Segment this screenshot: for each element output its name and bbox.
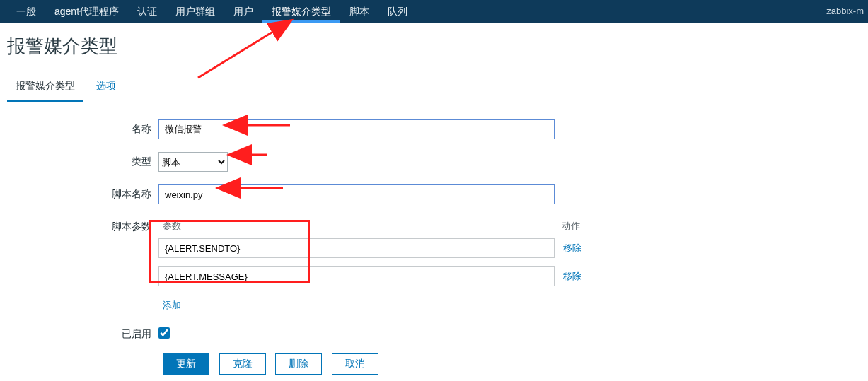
param-row: 移除 — [158, 266, 597, 286]
name-label: 名称 — [6, 119, 158, 136]
top-nav: 一般 agent代理程序 认证 用户群组 用户 报警媒介类型 脚本 队列 zab… — [0, 0, 868, 23]
type-select[interactable]: 脚本 — [158, 152, 228, 172]
type-label: 类型 — [6, 152, 158, 168]
nav-item-auth[interactable]: 认证 — [128, 0, 166, 23]
param-add-link[interactable]: 添加 — [158, 299, 181, 312]
script-params-table: 参数 动作 移除 移除 添加 — [158, 217, 597, 312]
page-title: 报警媒介类型 — [0, 23, 868, 74]
enabled-label: 已启用 — [6, 324, 158, 341]
delete-button[interactable]: 删除 — [275, 353, 322, 375]
update-button[interactable]: 更新 — [163, 353, 209, 375]
script-name-label: 脚本名称 — [6, 184, 158, 201]
param-remove-0[interactable]: 移除 — [555, 242, 590, 254]
params-head-param: 参数 — [158, 220, 562, 233]
subtab-options[interactable]: 选项 — [88, 74, 125, 102]
nav-item-mediatypes[interactable]: 报警媒介类型 — [262, 0, 340, 23]
nav-host-label: zabbix-m — [826, 0, 864, 23]
nav-item-agent[interactable]: agent代理程序 — [45, 0, 128, 23]
enabled-checkbox[interactable] — [158, 327, 170, 339]
param-input-0[interactable] — [158, 238, 555, 258]
params-head-action: 动作 — [562, 220, 597, 233]
clone-button[interactable]: 克隆 — [219, 353, 266, 375]
script-name-input[interactable] — [158, 184, 555, 204]
script-params-label: 脚本参数 — [6, 217, 158, 233]
form-buttons: 更新 克隆 删除 取消 — [6, 353, 862, 375]
subtabs: 报警媒介类型 选项 — [6, 74, 862, 102]
content-card: 报警媒介类型 选项 名称 类型 脚本 脚本名称 脚本参数 — [6, 74, 862, 381]
param-row: 移除 — [158, 238, 597, 258]
nav-item-usergroups[interactable]: 用户群组 — [166, 0, 224, 23]
param-input-1[interactable] — [158, 266, 555, 286]
nav-item-scripts[interactable]: 脚本 — [340, 0, 378, 23]
mediatype-form: 名称 类型 脚本 脚本名称 脚本参数 参数 — [6, 102, 862, 381]
name-input[interactable] — [158, 119, 555, 139]
cancel-button[interactable]: 取消 — [332, 353, 378, 375]
nav-item-users[interactable]: 用户 — [224, 0, 262, 23]
param-remove-1[interactable]: 移除 — [555, 270, 590, 283]
nav-item-queue[interactable]: 队列 — [378, 0, 417, 23]
nav-item-general[interactable]: 一般 — [7, 0, 45, 23]
subtab-mediatype[interactable]: 报警媒介类型 — [7, 74, 83, 102]
